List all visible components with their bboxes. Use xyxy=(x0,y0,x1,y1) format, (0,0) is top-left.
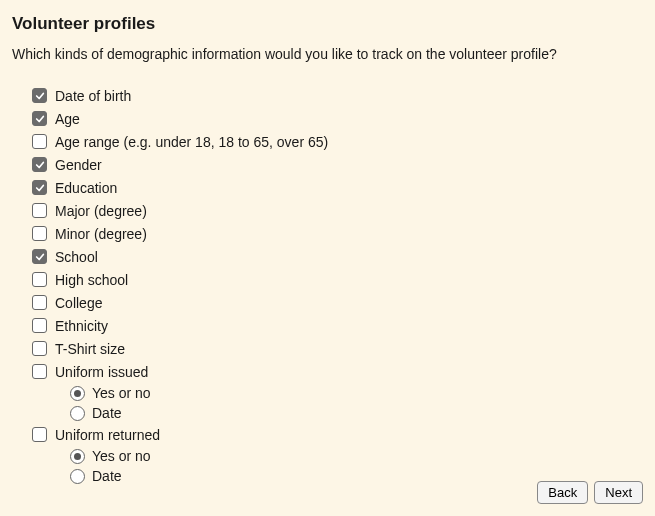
checkbox[interactable] xyxy=(32,249,47,264)
option-label: Ethnicity xyxy=(55,318,108,334)
option-label: Minor (degree) xyxy=(55,226,147,242)
option-label: School xyxy=(55,249,98,265)
checkbox[interactable] xyxy=(32,88,47,103)
sub-option-label: Date xyxy=(92,405,122,421)
checkbox[interactable] xyxy=(32,364,47,379)
checkbox[interactable] xyxy=(32,134,47,149)
checkbox[interactable] xyxy=(32,111,47,126)
checkbox[interactable] xyxy=(32,226,47,241)
back-button[interactable]: Back xyxy=(537,481,588,504)
radio[interactable] xyxy=(70,406,85,421)
option-label: Age xyxy=(55,111,80,127)
radio[interactable] xyxy=(70,469,85,484)
checkbox[interactable] xyxy=(32,427,47,442)
checkbox[interactable] xyxy=(32,272,47,287)
option-row: School xyxy=(32,245,643,268)
checkbox[interactable] xyxy=(32,341,47,356)
option-label: College xyxy=(55,295,102,311)
checkbox[interactable] xyxy=(32,295,47,310)
radio[interactable] xyxy=(70,386,85,401)
option-row: Uniform returned xyxy=(32,423,643,446)
option-label: Uniform returned xyxy=(55,427,160,443)
option-row: Uniform issued xyxy=(32,360,643,383)
option-label: Education xyxy=(55,180,117,196)
checkbox[interactable] xyxy=(32,157,47,172)
option-row: Minor (degree) xyxy=(32,222,643,245)
checkbox[interactable] xyxy=(32,318,47,333)
option-label: Gender xyxy=(55,157,102,173)
page-title: Volunteer profiles xyxy=(12,14,643,34)
sub-options: Yes or noDate xyxy=(32,446,643,486)
radio[interactable] xyxy=(70,449,85,464)
footer-buttons: Back Next xyxy=(537,481,643,504)
page-prompt: Which kinds of demographic information w… xyxy=(12,46,643,62)
options-list: Date of birthAgeAge range (e.g. under 18… xyxy=(12,84,643,486)
option-row: Ethnicity xyxy=(32,314,643,337)
option-row: Major (degree) xyxy=(32,199,643,222)
option-row: Gender xyxy=(32,153,643,176)
option-label: Date of birth xyxy=(55,88,131,104)
sub-option-row: Yes or no xyxy=(70,446,643,466)
option-label: High school xyxy=(55,272,128,288)
option-row: Age range (e.g. under 18, 18 to 65, over… xyxy=(32,130,643,153)
option-row: Date of birth xyxy=(32,84,643,107)
checkbox[interactable] xyxy=(32,180,47,195)
option-row: Age xyxy=(32,107,643,130)
sub-option-label: Date xyxy=(92,468,122,484)
option-row: T-Shirt size xyxy=(32,337,643,360)
option-label: Age range (e.g. under 18, 18 to 65, over… xyxy=(55,134,328,150)
option-label: T-Shirt size xyxy=(55,341,125,357)
sub-options: Yes or noDate xyxy=(32,383,643,423)
option-row: Education xyxy=(32,176,643,199)
next-button[interactable]: Next xyxy=(594,481,643,504)
sub-option-row: Date xyxy=(70,403,643,423)
sub-option-label: Yes or no xyxy=(92,385,151,401)
option-row: High school xyxy=(32,268,643,291)
sub-option-label: Yes or no xyxy=(92,448,151,464)
sub-option-row: Yes or no xyxy=(70,383,643,403)
option-label: Uniform issued xyxy=(55,364,148,380)
option-row: College xyxy=(32,291,643,314)
checkbox[interactable] xyxy=(32,203,47,218)
option-label: Major (degree) xyxy=(55,203,147,219)
